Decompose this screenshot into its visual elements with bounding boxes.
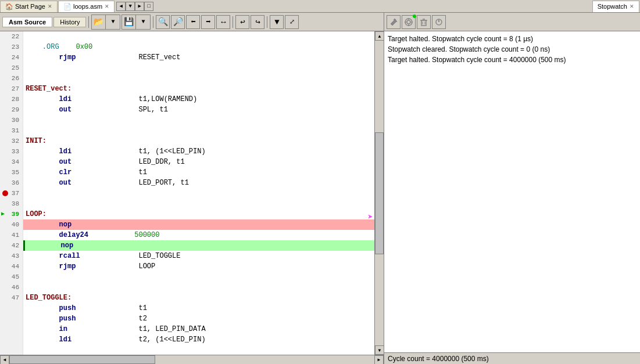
tab-scroll-left[interactable]: ◀ bbox=[116, 2, 126, 11]
ln-26: 26 bbox=[0, 73, 23, 84]
toolbar-btn-save[interactable]: 💾 bbox=[122, 15, 136, 29]
label-loop: LOOP: bbox=[26, 209, 47, 219]
toolbar-group-2: 💾 ▼ bbox=[121, 15, 151, 30]
close-start-page[interactable]: ✕ bbox=[48, 3, 52, 9]
instr-ldi-27: ldi bbox=[59, 94, 72, 104]
ln-46: 46 bbox=[0, 282, 23, 293]
reg-led-ddr: LED_DDR bbox=[138, 157, 167, 167]
tab-maximize[interactable]: □ bbox=[144, 2, 153, 11]
toolbar-btn-find-next[interactable]: ➡ bbox=[201, 15, 215, 29]
h-scroll-left-btn[interactable]: ◀ bbox=[0, 355, 9, 365]
code-line-27: ldi t1, LOW(RAMEND) bbox=[23, 94, 374, 104]
scroll-up-btn[interactable]: ▲ bbox=[375, 31, 384, 41]
label-reset: RESET_vect bbox=[138, 52, 180, 63]
code-line-39: nop bbox=[23, 240, 374, 251]
code-line-46: in t1, LED_PIN_DATA bbox=[23, 324, 374, 334]
code-line-init: INIT: bbox=[23, 136, 374, 146]
code-content[interactable]: .ORG 0x00 rjmp RESET_vect bbox=[23, 31, 374, 355]
tab-stopwatch[interactable]: Stopwatch ✕ bbox=[592, 1, 639, 12]
label-init: INIT: bbox=[26, 136, 47, 146]
reg-t1-44: t1 bbox=[138, 303, 146, 313]
stopwatch-content: Target halted. Stopwatch cycle count = 8… bbox=[384, 31, 640, 352]
toolbar-btn-undo[interactable]: ↩ bbox=[235, 15, 249, 29]
code-line-38: delay24 500000 bbox=[23, 230, 374, 240]
status-indicator bbox=[413, 15, 416, 18]
code-line-33: clr t1 bbox=[23, 167, 374, 178]
sep2 bbox=[153, 16, 153, 28]
h-scrollbar[interactable]: ◀ ▶ bbox=[0, 355, 384, 364]
scroll-down-btn[interactable]: ▼ bbox=[375, 345, 384, 355]
ln-33: 33 bbox=[0, 146, 23, 157]
ln-34: 34 bbox=[0, 157, 23, 167]
code-wrapper: 22 23 24 25 26 27 28 29 30 31 32 33 34 3… bbox=[0, 31, 384, 355]
toolbar-tab-history[interactable]: History bbox=[53, 17, 86, 27]
code-line-26 bbox=[23, 73, 374, 84]
toolbar-btn-redo[interactable]: ↪ bbox=[251, 15, 264, 29]
ln-32: 32 bbox=[0, 136, 23, 146]
sw-target-btn[interactable] bbox=[402, 15, 416, 29]
toolbar-btn-find[interactable]: 🔎 bbox=[171, 15, 185, 29]
toolbar-tab-asm-source[interactable]: Asm Source bbox=[2, 17, 52, 27]
ln-40: 40 bbox=[0, 219, 23, 230]
reg-led-port: LED_PORT bbox=[138, 178, 172, 188]
toolbar-btn-arrow[interactable]: ▼ bbox=[106, 15, 120, 29]
code-line-led-toggle: LED_TOGGLE: bbox=[23, 293, 374, 303]
ln-39: ▶ 39 bbox=[0, 209, 23, 219]
code-line-41: rjmp LOOP bbox=[23, 261, 374, 272]
start-page-icon: 🏠 bbox=[5, 3, 13, 10]
toolbar-btn-replace[interactable]: ↔ bbox=[216, 15, 230, 29]
ln-23: 23 bbox=[0, 42, 23, 52]
sw-message-1: Target halted. Stopwatch cycle count = 8… bbox=[388, 34, 637, 44]
toolbar-btn-expand[interactable]: ⤢ bbox=[285, 15, 299, 29]
close-loops-asm[interactable]: ✕ bbox=[105, 3, 109, 9]
code-line-22 bbox=[23, 31, 374, 42]
ln-44: 44 bbox=[0, 261, 23, 272]
directive-org: .ORG bbox=[42, 42, 59, 52]
code-lines: .ORG 0x00 rjmp RESET_vect bbox=[23, 31, 374, 345]
h-scroll-right-btn[interactable]: ▶ bbox=[374, 355, 384, 365]
code-line-30 bbox=[23, 125, 374, 136]
scroll-thumb[interactable] bbox=[375, 132, 384, 254]
stopwatch-tab-label: Stopwatch bbox=[598, 3, 627, 10]
reg-t2-45: t2 bbox=[138, 313, 146, 324]
close-stopwatch[interactable]: ✕ bbox=[630, 3, 634, 9]
asm-source-label: Asm Source bbox=[9, 19, 46, 26]
code-line-28: out SPL, t1 bbox=[23, 104, 374, 115]
toolbar-btn-find-prev[interactable]: ⬅ bbox=[186, 15, 200, 29]
v-scrollbar[interactable]: ▲ ▼ bbox=[374, 31, 384, 355]
line-numbers: 22 23 24 25 26 27 28 29 30 31 32 33 34 3… bbox=[0, 31, 23, 355]
code-line-45: push t2 bbox=[23, 313, 374, 324]
ln-36: 36 bbox=[0, 178, 23, 188]
ln-24: 24 bbox=[0, 52, 23, 63]
tab-scroll-right[interactable]: ▶ bbox=[135, 2, 144, 11]
label-led-toggle: LED_TOGGLE: bbox=[26, 293, 71, 303]
sw-run-btn[interactable] bbox=[432, 15, 446, 29]
toolbar-btn-open[interactable]: 📂 bbox=[92, 15, 106, 29]
tab-scroll-down[interactable]: ▼ bbox=[126, 2, 135, 11]
title-bar: 🏠 Start Page ✕ 📄 loops.asm ✕ ◀ ▼ ▶ □ Sto… bbox=[0, 0, 640, 13]
toolbar-btn-more[interactable]: ▼ bbox=[270, 15, 284, 29]
code-line-32: out LED_DDR, t1 bbox=[23, 157, 374, 167]
current-arrow-39: ▶ bbox=[1, 209, 5, 219]
label-led-toggle-ref: LED_TOGGLE bbox=[138, 251, 180, 261]
tab-loops-asm[interactable]: 📄 loops.asm ✕ bbox=[58, 1, 115, 12]
sw-clear-btn[interactable] bbox=[417, 15, 431, 29]
target-icon bbox=[404, 17, 413, 27]
code-line-23: .ORG 0x00 bbox=[23, 42, 374, 52]
tab-start-page[interactable]: 🏠 Start Page ✕ bbox=[0, 1, 58, 12]
instr-clr: clr bbox=[59, 167, 72, 178]
scroll-track[interactable] bbox=[375, 41, 384, 345]
ln-37: 37 bbox=[0, 188, 23, 199]
instr-in-46: in bbox=[59, 324, 67, 334]
stopwatch-toolbar bbox=[384, 13, 640, 31]
reg-t2-47: t2 bbox=[138, 334, 146, 345]
ln-47: 47 bbox=[0, 293, 23, 303]
toolbar-btn-search[interactable]: 🔍 bbox=[156, 15, 170, 29]
h-scroll-track[interactable] bbox=[9, 355, 374, 364]
h-scroll-thumb[interactable] bbox=[9, 355, 155, 364]
toolbar-btn-save-arrow[interactable]: ▼ bbox=[136, 15, 150, 29]
reg-spl: SPL bbox=[138, 104, 151, 115]
val-500000: 500000 bbox=[134, 230, 159, 240]
sw-settings-btn[interactable] bbox=[387, 15, 401, 29]
ln-22: 22 bbox=[0, 31, 23, 42]
